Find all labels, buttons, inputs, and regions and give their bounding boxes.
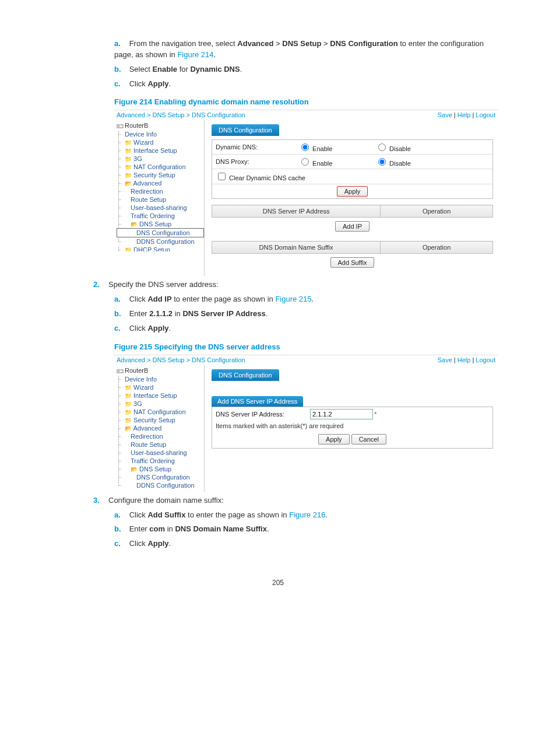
cancel-button[interactable]: Cancel <box>351 434 386 444</box>
nav-item[interactable]: ├📂 Advanced <box>117 179 204 187</box>
checkbox-clear-cache[interactable]: Clear Dynamic DNS cache <box>216 174 305 181</box>
figure-caption: Figure 215 Specifying the DNS server add… <box>114 342 498 351</box>
device-icon <box>117 123 124 129</box>
tab-dns-configuration[interactable]: DNS Configuration <box>212 369 279 381</box>
device-icon <box>117 368 124 374</box>
figure-link[interactable]: Figure 215 <box>275 295 311 303</box>
text-bold: DNS Server IP Address <box>182 309 265 318</box>
svg-rect-2 <box>117 370 123 373</box>
text: to enter the page as shown in <box>188 510 289 519</box>
svg-point-3 <box>118 370 119 372</box>
nav-item[interactable]: ├DNS Configuration <box>117 473 204 481</box>
nav-item[interactable]: ├📁 3G <box>117 400 204 408</box>
nav-item[interactable]: ├📁 Security Setup <box>117 416 204 424</box>
apply-button[interactable]: Apply <box>337 186 368 197</box>
help-link[interactable]: Help <box>458 111 471 118</box>
nav-item[interactable]: ├📂 DNS Setup <box>117 220 204 228</box>
nav-item[interactable]: ├📁 NAT Configuration <box>117 408 204 416</box>
nav-item[interactable]: ├Device Info <box>117 130 204 138</box>
folder-icon: 📁 <box>125 247 132 251</box>
tab-dns-configuration[interactable]: DNS Configuration <box>212 124 279 136</box>
text-bold: DNS Domain Name Suffix <box>175 524 266 533</box>
nav-item[interactable]: ├Traffic Ordering <box>117 212 204 220</box>
nav-item[interactable]: └DDNS Configuration <box>117 237 204 246</box>
nav-item[interactable]: ├📁 Interface Setup <box>117 391 204 400</box>
nav-item[interactable]: └DDNS Configuration <box>117 481 204 489</box>
label: DNS Proxy: <box>212 155 295 169</box>
nav-item[interactable]: ├User-based-sharing <box>117 449 204 457</box>
text: Select <box>129 65 153 74</box>
text: Enter <box>129 524 150 533</box>
nav-tree: RouterB ├Device Info ├📁 Wizard ├📁 Interf… <box>114 365 204 492</box>
nav-item[interactable]: ├📁 NAT Configuration <box>117 163 204 171</box>
required-asterisk: * <box>373 411 376 418</box>
add-ip-button[interactable]: Add IP <box>335 221 370 232</box>
text: in <box>175 309 183 318</box>
text-bold: 2.1.1.2 <box>149 309 173 318</box>
nav-item[interactable]: ├User-based-sharing <box>117 204 204 212</box>
text: . <box>312 295 314 303</box>
text: . <box>169 324 171 332</box>
folder-icon: 📁 <box>125 172 132 178</box>
text: . <box>214 50 216 59</box>
folder-icon: 📁 <box>125 393 132 399</box>
logout-link[interactable]: Logout <box>476 111 495 118</box>
nav-item[interactable]: ├Device Info <box>117 375 204 383</box>
col-header: DNS Server IP Address <box>212 205 381 218</box>
text-bold: Enable <box>152 65 177 74</box>
text: Click <box>129 79 148 88</box>
nav-item[interactable]: ├📁 Interface Setup <box>117 146 204 155</box>
text: to enter the page as shown in <box>174 295 275 303</box>
dns-server-ip-input[interactable] <box>310 409 373 419</box>
nav-item[interactable]: ├📁 3G <box>117 155 204 163</box>
nav-item[interactable]: ├📁 Wizard <box>117 138 204 146</box>
nav-item-selected[interactable]: DNS Configuration <box>117 228 204 237</box>
panel-title: Add DNS Server IP Address <box>212 396 303 407</box>
text: . <box>169 79 171 88</box>
figure-link[interactable]: Figure 214 <box>177 50 213 59</box>
label: Dynamic DNS: <box>212 140 295 155</box>
text-bold: Apply <box>147 539 168 548</box>
note-text: Items marked with an asterisk(*) are req… <box>212 421 492 430</box>
save-link[interactable]: Save <box>438 356 452 363</box>
radio-enable[interactable]: Enable <box>298 145 332 152</box>
radio-enable[interactable]: Enable <box>298 160 332 167</box>
text: > <box>323 39 330 48</box>
text: Click <box>129 539 148 548</box>
save-link[interactable]: Save <box>438 111 452 118</box>
col-header: Operation <box>381 205 493 218</box>
nav-item[interactable]: ├Redirection <box>117 432 204 440</box>
text: Enter <box>129 309 150 318</box>
logout-link[interactable]: Logout <box>476 356 495 363</box>
text: . <box>240 65 242 74</box>
nav-item[interactable]: ├Redirection <box>117 187 204 195</box>
page-number: 205 <box>58 579 498 587</box>
help-link[interactable]: Help <box>458 356 471 363</box>
nav-item[interactable]: ├📁 Wizard <box>117 383 204 391</box>
folder-icon: 📁 <box>125 164 132 170</box>
nav-item[interactable]: ├Route Setup <box>117 440 204 449</box>
text: From the navigation tree, select <box>129 39 238 48</box>
step-text: Configure the domain name suffix: <box>108 496 224 505</box>
nav-item[interactable]: ├Route Setup <box>117 195 204 204</box>
text: . <box>325 510 328 519</box>
text: Click <box>129 324 148 332</box>
text: Click <box>129 510 148 519</box>
radio-disable[interactable]: Disable <box>375 145 411 152</box>
radio-disable[interactable]: Disable <box>375 160 411 167</box>
nav-item[interactable]: ├📁 DHCP Setup <box>117 246 204 251</box>
text-bold: Dynamic DNS <box>190 65 240 74</box>
step-text: Specify the DNS server address: <box>108 280 219 289</box>
nav-item[interactable]: ├Traffic Ordering <box>117 457 204 465</box>
text: Click <box>129 295 148 303</box>
nav-item[interactable]: ├📂 DNS Setup <box>117 465 204 473</box>
nav-item[interactable]: ├📂 Advanced <box>117 424 204 432</box>
figure-link[interactable]: Figure 216 <box>289 510 325 519</box>
text: . <box>169 539 171 548</box>
nav-item[interactable]: ├📁 Security Setup <box>117 171 204 179</box>
folder-icon: 📁 <box>125 148 132 154</box>
folder-icon: 📁 <box>125 409 132 415</box>
add-suffix-button[interactable]: Add Suffix <box>330 257 375 268</box>
apply-button[interactable]: Apply <box>318 434 350 444</box>
folder-open-icon: 📂 <box>131 466 138 473</box>
